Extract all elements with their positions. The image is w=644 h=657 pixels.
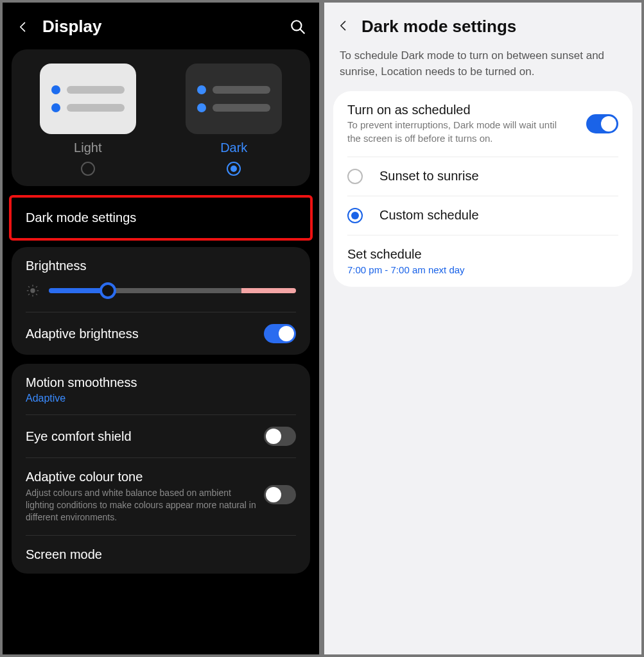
sunset-to-sunrise-row[interactable]: Sunset to sunrise xyxy=(333,157,632,196)
dark-mode-settings-highlight: Dark mode settings xyxy=(9,195,313,241)
brightness-slider[interactable] xyxy=(49,288,296,293)
motion-smoothness-row[interactable]: Motion smoothness Adaptive xyxy=(12,364,310,414)
brightness-slider-thumb[interactable] xyxy=(100,282,116,299)
motion-smoothness-label: Motion smoothness xyxy=(26,375,137,390)
dark-mode-settings-row[interactable]: Dark mode settings xyxy=(12,198,310,238)
svg-line-7 xyxy=(28,286,30,287)
display-settings-panel: Display Light Dark xyxy=(0,0,322,657)
turn-on-scheduled-toggle[interactable] xyxy=(586,114,618,133)
adaptive-brightness-toggle[interactable] xyxy=(264,324,296,343)
brightness-label: Brightness xyxy=(12,247,310,277)
display-extras-card: Motion smoothness Adaptive Eye comfort s… xyxy=(12,364,310,574)
dark-mode-settings-label: Dark mode settings xyxy=(26,210,136,225)
eye-comfort-label: Eye comfort shield xyxy=(26,429,132,444)
screen-mode-label: Screen mode xyxy=(26,547,102,562)
brightness-card: Brightness Adaptive brightness xyxy=(12,247,310,355)
eye-comfort-toggle[interactable] xyxy=(264,427,296,446)
svg-line-9 xyxy=(28,294,30,295)
custom-schedule-row[interactable]: Custom schedule xyxy=(333,196,632,235)
svg-line-10 xyxy=(36,286,37,287)
turn-on-scheduled-row[interactable]: Turn on as scheduled To prevent interrup… xyxy=(333,91,632,157)
custom-schedule-label: Custom schedule xyxy=(379,208,479,223)
set-schedule-label: Set schedule xyxy=(347,247,422,262)
adaptive-brightness-row[interactable]: Adaptive brightness xyxy=(12,312,310,355)
brightness-row xyxy=(12,277,310,312)
back-button[interactable] xyxy=(337,19,350,35)
sun-icon xyxy=(26,284,40,298)
adaptive-colour-row[interactable]: Adaptive colour tone Adjust colours and … xyxy=(12,458,310,535)
left-header: Display xyxy=(3,3,319,49)
adaptive-colour-label: Adaptive colour tone xyxy=(26,470,264,484)
dark-theme-radio[interactable] xyxy=(227,162,241,176)
adaptive-brightness-label: Adaptive brightness xyxy=(26,327,139,341)
svg-line-1 xyxy=(300,29,304,33)
svg-line-8 xyxy=(36,294,37,295)
set-schedule-row[interactable]: Set schedule 7:00 pm - 7:00 am next day xyxy=(333,235,632,287)
dark-theme-thumbnail xyxy=(186,64,282,134)
light-theme-radio[interactable] xyxy=(81,162,95,176)
sunset-to-sunrise-label: Sunset to sunrise xyxy=(379,169,479,183)
set-schedule-value: 7:00 pm - 7:00 am next day xyxy=(347,264,465,275)
search-button[interactable] xyxy=(290,19,306,35)
light-theme-label: Light xyxy=(74,141,101,155)
page-title: Display xyxy=(42,17,290,37)
turn-on-scheduled-desc: To prevent interruptions, Dark mode will… xyxy=(347,119,566,145)
light-theme-thumbnail xyxy=(40,64,136,134)
adaptive-colour-toggle[interactable] xyxy=(264,485,296,504)
right-header: Dark mode settings xyxy=(324,3,641,48)
theme-option-dark[interactable]: Dark xyxy=(171,64,298,176)
chevron-left-icon xyxy=(337,19,350,32)
sunset-to-sunrise-radio[interactable] xyxy=(347,169,363,184)
schedule-card: Turn on as scheduled To prevent interrup… xyxy=(333,91,632,287)
motion-smoothness-value: Adaptive xyxy=(26,393,65,404)
dark-mode-description: To schedule Dark mode to turn on between… xyxy=(324,48,641,91)
screen-mode-row[interactable]: Screen mode xyxy=(12,536,310,574)
eye-comfort-row[interactable]: Eye comfort shield xyxy=(12,415,310,457)
theme-row: Light Dark xyxy=(12,49,310,186)
back-button[interactable] xyxy=(15,19,31,35)
custom-schedule-radio[interactable] xyxy=(347,208,363,223)
dark-mode-settings-panel: Dark mode settings To schedule Dark mode… xyxy=(322,0,644,657)
theme-option-light[interactable]: Light xyxy=(24,64,152,176)
adaptive-colour-desc: Adjust colours and white balance based o… xyxy=(26,484,257,524)
page-title: Dark mode settings xyxy=(361,17,516,37)
search-icon xyxy=(290,19,306,35)
dark-theme-label: Dark xyxy=(220,141,247,155)
turn-on-scheduled-label: Turn on as scheduled xyxy=(347,103,586,117)
svg-point-2 xyxy=(30,288,35,293)
theme-card: Light Dark xyxy=(12,49,310,186)
chevron-left-icon xyxy=(17,21,30,33)
